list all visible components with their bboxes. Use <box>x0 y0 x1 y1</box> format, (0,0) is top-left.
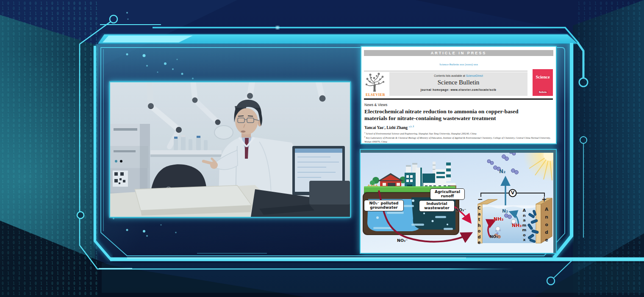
label-nh3-left: NH₃ <box>494 216 503 222</box>
label-minus: − <box>477 196 483 203</box>
cover-subtitle: Bulletin <box>538 91 548 93</box>
journal-title: Science Bulletin <box>389 79 527 86</box>
label-no3-bottom: NO₃⁻ <box>397 238 408 243</box>
article-in-press-banner: ARTICLE IN PRESS <box>364 50 553 56</box>
video-frame: 0110101001011101001010011010110100101101… <box>0 0 644 297</box>
elsevier-wordmark: ELSEVIER <box>362 92 389 97</box>
paper-title-line1: Electrochemical nitrate reduction to amm… <box>364 108 518 115</box>
journal-header-box: Contents lists available at ScienceDirec… <box>389 72 527 96</box>
sciencedirect-link: ScienceDirect <box>466 74 483 77</box>
journal-cover-thumbnail: Science Bulletin www.scibull.com <box>533 69 553 96</box>
diagram-right-strip <box>553 150 556 253</box>
diagram-top-strip <box>361 150 556 153</box>
frame-bottom-bar <box>110 258 644 259</box>
journal-article-panel: ARTICLE IN PRESS Science Bulletin xxx (x… <box>361 46 557 144</box>
divider-thick <box>364 98 553 100</box>
paper-title-line2: materials for nitrate-containing wastewa… <box>364 115 496 122</box>
contents-line: Contents lists available at ScienceDirec… <box>389 74 527 77</box>
label-industrial-wastewater: Industrialwastewater <box>419 200 455 212</box>
label-cathode: Cathode <box>477 206 482 246</box>
frame-bottomright-node <box>547 260 573 285</box>
label-nh3-right: NH₃ <box>512 223 522 228</box>
label-anammox: Anammox <box>522 208 527 242</box>
label-n2-cell: N₂ <box>502 208 508 214</box>
label-plus: + <box>541 196 547 203</box>
label-n2-top: N₂ <box>499 168 505 174</box>
cover-title: Science <box>533 75 553 79</box>
frame-top-bar <box>98 34 578 44</box>
label-no3-cell: NO₃⁻ <box>490 235 500 239</box>
label-voltmeter: V <box>510 190 515 195</box>
divider <box>364 71 527 71</box>
journal-homepage: journal homepage: www.elsevier.com/locat… <box>389 88 527 91</box>
label-agricultural-runoff: Agriculturalrunoff <box>430 188 465 200</box>
frame-right-nodes <box>577 42 588 238</box>
label-no3-top: NO₃⁻ <box>455 207 466 212</box>
lab-photo <box>109 81 351 218</box>
glow-dot <box>276 26 279 29</box>
graphical-abstract-panel: NO₃⁻ pollutedgroundwater Agriculturalrun… <box>360 149 557 254</box>
lab-photo-illustration <box>110 82 350 217</box>
citation-line: Science Bulletin xxx (xxxx) xxx <box>361 63 556 66</box>
label-anode: Anode <box>544 207 549 245</box>
affiliation-a: a School of Environmental Science and En… <box>364 132 552 136</box>
author-line: Yancai Yaoa, Lizhi Zhang a,b,⇑ <box>364 125 414 130</box>
label-groundwater: NO₃⁻ pollutedgroundwater <box>364 200 404 211</box>
affiliation-b: b Key Laboratory of Pesticide & Chemical… <box>364 136 552 144</box>
elsevier-tree-logo <box>365 72 386 92</box>
anode-bar <box>536 204 541 243</box>
affiliations: a School of Environmental Science and En… <box>364 132 552 144</box>
section-label: News & Views <box>364 103 387 107</box>
